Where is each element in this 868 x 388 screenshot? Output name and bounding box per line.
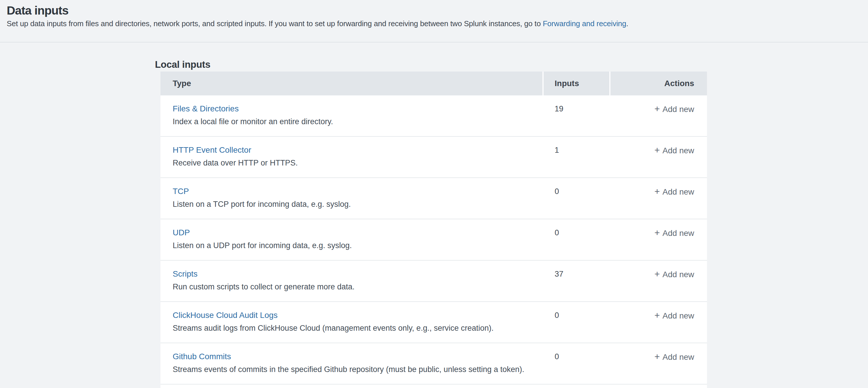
- subtitle-period: .: [626, 19, 628, 28]
- input-type-description: Streams events of commits in the specifi…: [173, 363, 542, 376]
- add-new-label: Add new: [662, 311, 694, 320]
- table-row: Scripts Run custom scripts to collect or…: [160, 261, 707, 302]
- subtitle-text: Set up data inputs from files and direct…: [7, 19, 543, 28]
- type-cell: Files & Directories Index a local file o…: [160, 95, 542, 136]
- type-cell: Github Commits Streams events of commits…: [160, 343, 542, 384]
- add-icon: +: [654, 351, 660, 362]
- add-new-button[interactable]: +Add new: [654, 144, 694, 157]
- add-new-label: Add new: [662, 187, 694, 196]
- input-type-description: Index a local file or monitor an entire …: [173, 115, 542, 128]
- add-icon: +: [654, 145, 660, 155]
- add-new-button[interactable]: +Add new: [654, 309, 694, 322]
- input-type-link[interactable]: Scripts: [173, 268, 198, 280]
- forwarding-and-receiving-link[interactable]: Forwarding and receiving: [543, 19, 626, 28]
- page-header: Data inputs Set up data inputs from file…: [0, 0, 868, 42]
- actions-cell: +Add new: [609, 343, 707, 384]
- inputs-count: 0: [542, 302, 609, 342]
- add-new-button[interactable]: +Add new: [654, 268, 694, 281]
- table-row: Files & Directories Index a local file o…: [160, 95, 707, 137]
- inputs-count: 1: [542, 137, 609, 177]
- input-type-link[interactable]: HTTP Event Collector: [173, 144, 251, 156]
- type-cell: ClickHouse Cloud Audit Logs Streams audi…: [160, 302, 542, 342]
- input-type-link[interactable]: ClickHouse Cloud Audit Logs: [173, 309, 278, 322]
- add-new-button[interactable]: +Add new: [654, 350, 694, 364]
- actions-cell: +Add new: [609, 219, 707, 260]
- input-type-link[interactable]: UDP: [173, 226, 190, 239]
- inputs-count: 0: [542, 219, 609, 260]
- add-new-button[interactable]: +Add new: [654, 185, 694, 198]
- input-type-description: Streams audit logs from ClickHouse Cloud…: [173, 322, 542, 334]
- column-header-inputs: Inputs: [542, 71, 609, 95]
- add-new-label: Add new: [662, 353, 694, 361]
- type-cell: UDP Listen on a UDP port for incoming da…: [160, 219, 542, 260]
- page-subtitle: Set up data inputs from files and direct…: [7, 19, 856, 29]
- inputs-count: 19: [542, 95, 609, 136]
- inputs-count: 0: [542, 178, 609, 219]
- add-new-button[interactable]: +Add new: [654, 102, 694, 116]
- input-type-link[interactable]: TCP: [173, 185, 189, 198]
- column-header-type: Type: [160, 71, 542, 95]
- add-new-label: Add new: [662, 146, 694, 155]
- table-row: TCP Listen on a TCP port for incoming da…: [160, 178, 707, 219]
- input-type-description: Run custom scripts to collect or generat…: [173, 280, 542, 293]
- add-new-label: Add new: [662, 270, 694, 279]
- add-new-label: Add new: [662, 105, 694, 114]
- inputs-count: 37: [542, 261, 609, 301]
- input-type-link[interactable]: Github Commits: [173, 350, 231, 363]
- content-area: Local inputs Type Inputs Actions Files &…: [0, 59, 868, 388]
- section-heading: Local inputs: [155, 59, 868, 70]
- local-inputs-table: Type Inputs Actions Files & Directories …: [160, 71, 707, 388]
- page-title: Data inputs: [7, 3, 856, 18]
- table-header-row: Type Inputs Actions: [160, 71, 707, 95]
- inputs-count: 0: [542, 343, 609, 384]
- table-row: ClickHouse Cloud Audit Logs Streams audi…: [160, 302, 707, 343]
- actions-cell: +Add new: [609, 302, 707, 342]
- actions-cell: +Add new: [609, 95, 707, 136]
- type-cell: Scripts Run custom scripts to collect or…: [160, 261, 542, 301]
- table-row-partial: [160, 385, 707, 388]
- type-cell: HTTP Event Collector Receive data over H…: [160, 137, 542, 177]
- input-type-link[interactable]: Files & Directories: [173, 102, 239, 115]
- actions-cell: +Add new: [609, 261, 707, 301]
- table-row: HTTP Event Collector Receive data over H…: [160, 137, 707, 178]
- column-header-actions: Actions: [609, 71, 707, 95]
- table-row: UDP Listen on a UDP port for incoming da…: [160, 219, 707, 261]
- add-icon: +: [654, 310, 660, 321]
- input-type-description: Listen on a UDP port for incoming data, …: [173, 239, 542, 252]
- add-icon: +: [654, 103, 660, 114]
- actions-cell: +Add new: [609, 178, 707, 219]
- add-icon: +: [654, 186, 660, 197]
- actions-cell: +Add new: [609, 137, 707, 177]
- input-type-description: Receive data over HTTP or HTTPS.: [173, 156, 542, 169]
- table-row: Github Commits Streams events of commits…: [160, 343, 707, 385]
- type-cell: TCP Listen on a TCP port for incoming da…: [160, 178, 542, 219]
- input-type-description: Listen on a TCP port for incoming data, …: [173, 198, 542, 211]
- add-icon: +: [654, 228, 660, 238]
- add-new-button[interactable]: +Add new: [654, 226, 694, 240]
- add-new-label: Add new: [662, 229, 694, 238]
- add-icon: +: [654, 269, 660, 279]
